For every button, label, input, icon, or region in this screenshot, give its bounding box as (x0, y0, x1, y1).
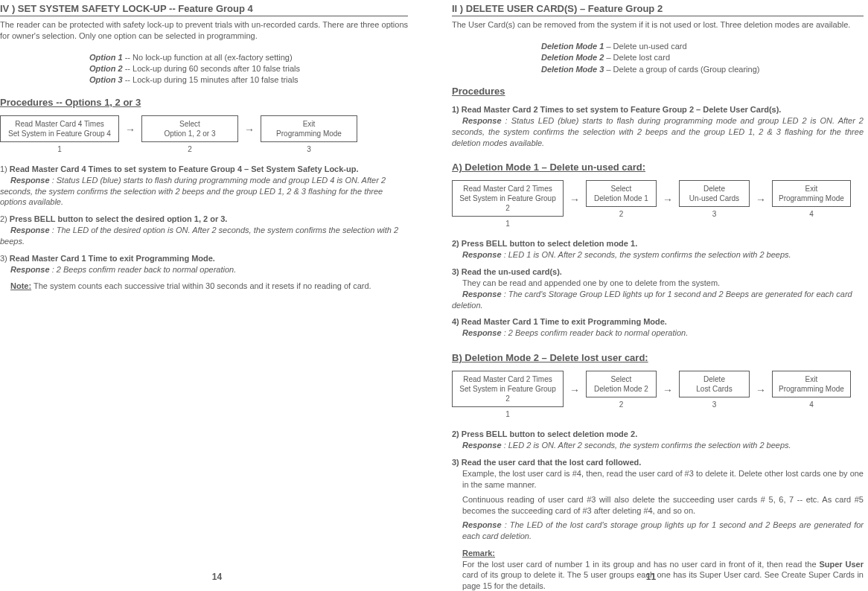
fb-b2a: Select (593, 374, 650, 384)
opt2-label: Option 2 (89, 64, 123, 73)
arrow-icon: → (756, 194, 766, 205)
b2-rt: : LED 2 is ON. After 2 seconds, the syst… (504, 441, 791, 450)
fa-b4b: Programming Mode (779, 194, 844, 203)
page-number-right: 11 (434, 572, 868, 582)
fa-n1: 1 (452, 220, 564, 228)
fb-n1: 1 (452, 410, 564, 418)
left-step-1: 1) Read Master Card 4 Times to set syste… (0, 164, 408, 208)
fb-box4: ExitProgramming Mode (772, 371, 851, 397)
a4-head: Read Master Card 1 Time to exit Programm… (462, 317, 667, 326)
right-proc-1: 1) Read Master Card 2 Times to set syste… (452, 104, 864, 148)
opt3-text: -- Lock-up during 15 minutes after 10 fa… (123, 75, 299, 84)
left-proc-title: Procedures -- Options 1, 2 or 3 (0, 97, 408, 108)
b3-num: 3) (452, 458, 462, 467)
fb-box2: SelectDeletion Mode 2 (586, 371, 657, 397)
b2-r: Response (462, 441, 504, 450)
mode1-label: Deletion Mode 1 (541, 42, 604, 51)
left-options: Option 1 -- No lock-up function at all (… (89, 52, 408, 86)
fa-b3b: Un-used Cards (686, 194, 743, 203)
b3-rt: : The LED of the lost card's storage gro… (462, 520, 864, 540)
flow-num-1: 1 (0, 145, 119, 153)
step1-r: Response (10, 176, 52, 185)
fa-box4: ExitProgramming Mode (772, 180, 851, 207)
left-step-2: 2) Press BELL button to select the desir… (0, 214, 408, 247)
b2-num: 2) (452, 429, 462, 438)
fb-b1b: Set System in Feature Group 2 (459, 384, 557, 403)
flow-b: Read Master Card 2 TimesSet System in Fe… (452, 371, 864, 418)
step3-rt: : 2 Beeps confirm reader back to normal … (52, 265, 237, 274)
opt2-text: -- Lock-up during 60 seconds after 10 fa… (123, 64, 300, 73)
a4-r: Response (462, 328, 504, 337)
fa-b3a: Delete (686, 184, 743, 194)
fa-n2: 2 (586, 210, 657, 218)
a-step-3: 3) Read the un-used card(s). They can be… (452, 266, 864, 310)
arrow-icon: → (569, 194, 580, 205)
mode1-text: – Delete un-used card (604, 42, 686, 51)
fb-box1: Read Master Card 2 TimesSet System in Fe… (452, 371, 564, 407)
b3-head: Read the user card that the lost card fo… (462, 458, 641, 467)
left-step-3: 3) Read Master Card 1 Time to exit Progr… (0, 253, 408, 275)
b3-body1: Example, the lost user card is #4, then,… (462, 468, 864, 491)
opt1-text: -- No lock-up function at all (ex-factor… (123, 53, 293, 62)
fa-b1a: Read Master Card 2 Times (459, 184, 557, 194)
step2-rt: : The LED of the desired option is ON. A… (0, 226, 398, 246)
left-flow: Read Master Card 4 Times Set System in F… (0, 115, 408, 153)
a4-rt: : 2 Beeps confirm reader back to normal … (504, 328, 689, 337)
left-note: Note: The system counts each successive … (10, 281, 408, 292)
arrow-icon: → (125, 124, 135, 135)
a3-r: Response (462, 290, 504, 298)
right-title: II ) DELETE USER CARD(S) – Feature Group… (452, 3, 864, 16)
fb-b3a: Delete (686, 374, 743, 384)
arrow-icon: → (663, 194, 673, 205)
page-number-left: 14 (0, 572, 434, 582)
left-intro: The reader can be protected with safety … (0, 19, 408, 42)
fa-n4: 4 (772, 210, 851, 218)
right-modes: Deletion Mode 1 – Delete un-used card De… (541, 41, 864, 75)
step2-r: Response (10, 226, 52, 234)
note-label: Note: (10, 281, 31, 290)
flow-box-1b: Set System in Feature Group 4 (7, 129, 112, 138)
remark: Remark: For the lost user card of number… (462, 548, 864, 591)
flow-box-1a: Read Master Card 4 Times (7, 119, 112, 129)
b2-head: Press BELL button to select deletion mod… (462, 429, 637, 438)
step3-num: 3) (0, 254, 10, 263)
a2-num: 2) (452, 239, 462, 248)
right-intro: The User Card(s) can be removed from the… (452, 19, 864, 31)
p1-num: 1) (452, 105, 462, 114)
step1-num: 1) (0, 164, 10, 173)
fa-box2: SelectDeletion Mode 1 (586, 180, 657, 207)
fb-n4: 4 (772, 400, 851, 409)
arrow-icon: → (244, 124, 255, 135)
page-11: II ) DELETE USER CARD(S) – Feature Group… (434, 0, 868, 591)
flow-box-2a: Select (148, 119, 232, 129)
left-title: IV ) SET SYSTEM SAFETY LOCK-UP -- Featur… (0, 3, 408, 16)
b-title: B) Deletion Mode 2 – Delete lost user ca… (452, 352, 864, 363)
opt1-label: Option 1 (89, 53, 123, 62)
fb-b2b: Deletion Mode 2 (593, 384, 650, 394)
flow-box-1: Read Master Card 4 Times Set System in F… (0, 115, 119, 142)
mode3-label: Deletion Mode 3 (541, 65, 604, 74)
fb-b3b: Lost Cards (686, 384, 743, 394)
flow-box-3b: Programming Mode (267, 129, 351, 138)
flow-box-2b: Option 1, 2 or 3 (148, 129, 232, 138)
remark-super-user: Super User (819, 560, 864, 569)
p1-head: Read Master Card 2 Times to set system t… (462, 105, 782, 114)
a3-body: They can be read and appended one by one… (462, 278, 720, 287)
arrow-icon: → (663, 384, 673, 396)
fa-box3: DeleteUn-used Cards (679, 180, 750, 207)
arrow-icon: → (569, 384, 580, 396)
b-step-3: 3) Read the user card that the lost card… (452, 457, 864, 542)
step2-num: 2) (0, 214, 10, 223)
a3-head: Read the un-used card(s). (462, 267, 562, 276)
arrow-icon: → (756, 384, 766, 396)
note-text: The system counts each successive trial … (31, 281, 371, 290)
step1-rt: : Status LED (blue) starts to flash duri… (0, 176, 386, 207)
remark-t1: For the lost user card of number 1 in it… (462, 560, 819, 569)
a3-num: 3) (452, 267, 462, 276)
opt3-label: Option 3 (89, 75, 123, 84)
page-14: IV ) SET SYSTEM SAFETY LOCK-UP -- Featur… (0, 0, 434, 591)
flow-a: Read Master Card 2 TimesSet System in Fe… (452, 180, 864, 228)
fa-b2b: Deletion Mode 1 (593, 194, 650, 203)
right-proc-title: Procedures (452, 86, 864, 97)
fa-b2a: Select (593, 184, 650, 194)
